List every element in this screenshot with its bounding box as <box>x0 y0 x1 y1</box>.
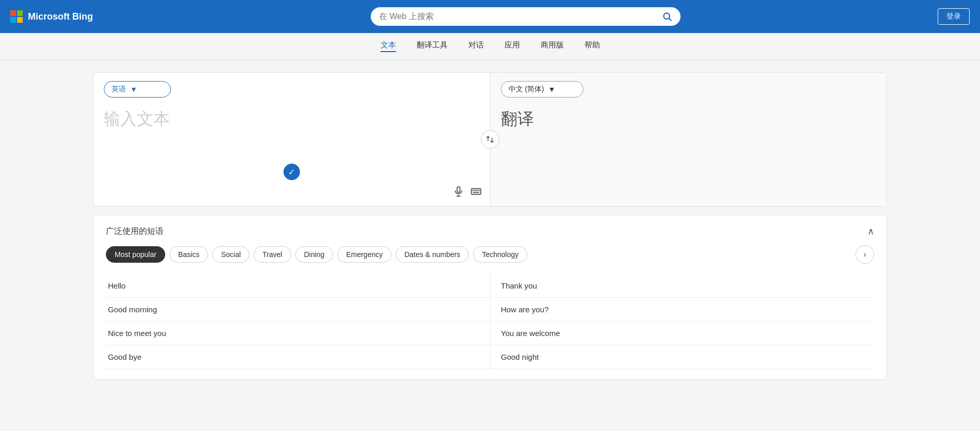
source-lang-wrap: 英语 ▼ <box>104 81 480 98</box>
search-button[interactable] <box>662 11 672 22</box>
source-lang-label: 英语 <box>112 85 126 94</box>
phrases-title: 广泛使用的短语 <box>106 226 164 237</box>
svg-line-1 <box>669 19 672 21</box>
target-lang-dropdown-icon: ▼ <box>548 85 556 93</box>
translator-target-panel: 中文 (简体) ▼ 翻译 <box>491 73 887 206</box>
translator-source-panel: 英语 ▼ 输入文本 ✓ <box>93 73 491 206</box>
ms-logo-icon <box>10 10 23 23</box>
check-icon-wrap: ✓ <box>283 164 300 180</box>
pill-most-popular[interactable]: Most popular <box>106 246 165 263</box>
phrase-cell-good-morning[interactable]: Good morning <box>106 298 490 322</box>
ms-logo-green <box>17 10 23 16</box>
phrases-header: 广泛使用的短语 ∧ <box>106 226 874 237</box>
source-bottom-icons <box>453 186 482 200</box>
category-pills: Most popular Basics Social Travel Dining… <box>106 245 874 264</box>
source-lang-dropdown-icon: ▼ <box>130 85 137 93</box>
pill-basics[interactable]: Basics <box>169 246 208 263</box>
phrase-cell-you-are-welcome[interactable]: You are welcome <box>490 322 874 345</box>
source-lang-select[interactable]: 英语 ▼ <box>104 81 171 98</box>
pill-next-button[interactable]: › <box>856 245 874 264</box>
phrase-cell-thank-you[interactable]: Thank you <box>490 274 874 298</box>
pill-social[interactable]: Social <box>212 246 249 263</box>
phrase-cell-how-are-you[interactable]: How are you? <box>490 298 874 322</box>
pill-emergency[interactable]: Emergency <box>337 246 391 263</box>
nav-item-apps[interactable]: 应用 <box>504 40 520 52</box>
phrase-cell-good-night[interactable]: Good night <box>490 345 874 369</box>
swap-languages-button[interactable] <box>481 130 499 149</box>
ms-logo-red <box>10 10 16 16</box>
translator-box: 英语 ▼ 输入文本 ✓ <box>93 72 887 206</box>
main-content: 英语 ▼ 输入文本 ✓ <box>0 60 980 392</box>
login-button[interactable]: 登录 <box>938 8 970 25</box>
nav-item-conversation[interactable]: 对话 <box>468 40 484 52</box>
svg-rect-5 <box>471 189 480 195</box>
nav-item-text[interactable]: 文本 <box>381 40 396 52</box>
svg-rect-2 <box>457 187 460 193</box>
nav-bar: 文本 翻译工具 对话 应用 商用版 帮助 <box>0 33 980 60</box>
phrases-section: 广泛使用的短语 ∧ Most popular Basics Social Tra… <box>93 215 887 380</box>
phrase-cell-good-bye[interactable]: Good bye <box>106 345 490 369</box>
nav-item-help[interactable]: 帮助 <box>584 40 600 52</box>
target-lang-wrap: 中文 (简体) ▼ <box>501 81 877 98</box>
collapse-phrases-button[interactable]: ∧ <box>867 226 874 237</box>
pill-technology[interactable]: Technology <box>473 246 527 263</box>
mic-button[interactable] <box>453 186 464 200</box>
logo-text: Microsoft Bing <box>28 11 93 22</box>
logo: Microsoft Bing <box>10 10 114 23</box>
keyboard-button[interactable] <box>470 186 482 200</box>
check-icon: ✓ <box>283 164 300 180</box>
search-bar-container <box>114 7 938 26</box>
ms-logo-blue <box>10 17 16 23</box>
header: Microsoft Bing 登录 <box>0 0 980 33</box>
target-lang-select[interactable]: 中文 (简体) ▼ <box>501 81 583 98</box>
source-text-placeholder[interactable]: 输入文本 <box>104 108 480 131</box>
pill-travel[interactable]: Travel <box>254 246 291 263</box>
target-lang-label: 中文 (简体) <box>509 85 544 94</box>
phrase-cell-hello[interactable]: Hello <box>106 274 490 298</box>
translation-output: 翻译 <box>501 108 877 131</box>
nav-item-business[interactable]: 商用版 <box>541 40 564 52</box>
phrase-cell-nice-to-meet[interactable]: Nice to meet you <box>106 322 490 345</box>
search-input[interactable] <box>379 12 658 21</box>
pill-dining[interactable]: Dining <box>295 246 334 263</box>
check-mark: ✓ <box>288 167 295 177</box>
svg-point-0 <box>663 13 670 19</box>
ms-logo-yellow <box>17 17 23 23</box>
phrase-grid: Hello Thank you Good morning How are you… <box>106 274 874 369</box>
pill-dates-numbers[interactable]: Dates & numbers <box>396 246 469 263</box>
nav-item-tools[interactable]: 翻译工具 <box>417 40 448 52</box>
search-bar <box>371 7 681 26</box>
